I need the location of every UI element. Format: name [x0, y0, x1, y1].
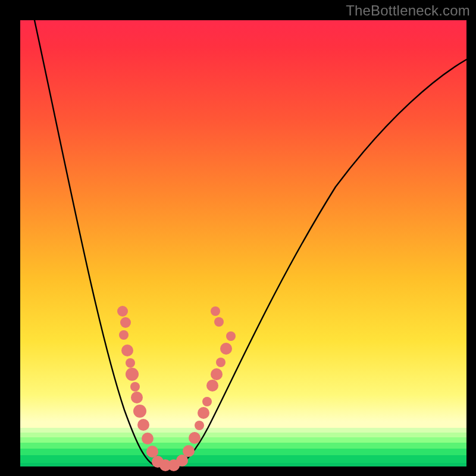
highlight-dot [211, 306, 220, 316]
highlight-dot [137, 419, 149, 431]
highlight-dot [120, 317, 131, 328]
highlight-dot [130, 382, 140, 392]
highlight-dot [189, 432, 201, 444]
bottleneck-curve [35, 20, 466, 467]
highlight-dot [195, 421, 204, 430]
highlight-dot [220, 343, 232, 355]
chart-frame: TheBottleneck.com [0, 0, 476, 476]
highlight-dot [226, 331, 236, 341]
plot-area [20, 20, 466, 466]
highlight-dot [211, 368, 223, 380]
highlight-dot-cluster [117, 306, 236, 471]
highlight-dot [119, 330, 129, 340]
highlight-dot [216, 358, 226, 367]
watermark-text: TheBottleneck.com [346, 2, 470, 19]
curve-layer [20, 20, 466, 466]
highlight-dot [131, 392, 143, 403]
highlight-dot [214, 317, 224, 327]
highlight-dot [117, 306, 128, 317]
highlight-dot [121, 345, 133, 356]
highlight-dot [206, 380, 218, 392]
highlight-dot [146, 446, 158, 458]
highlight-dot [142, 433, 154, 444]
highlight-dot [202, 397, 212, 406]
highlight-dot [126, 358, 135, 368]
highlight-dot [126, 368, 139, 381]
highlight-dot [133, 405, 146, 418]
highlight-dot [198, 407, 209, 419]
highlight-dot [183, 445, 195, 457]
